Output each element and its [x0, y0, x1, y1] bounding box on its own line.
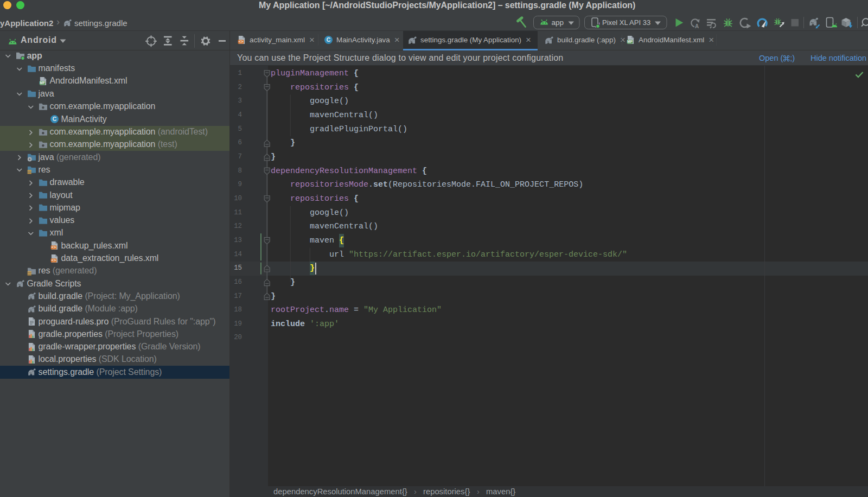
svg-text:<>: <>: [51, 258, 55, 263]
svg-text:<>: <>: [51, 245, 55, 250]
svg-text:C: C: [52, 116, 56, 123]
svg-text:MF: MF: [40, 81, 44, 85]
svg-text:A: A: [695, 23, 699, 29]
